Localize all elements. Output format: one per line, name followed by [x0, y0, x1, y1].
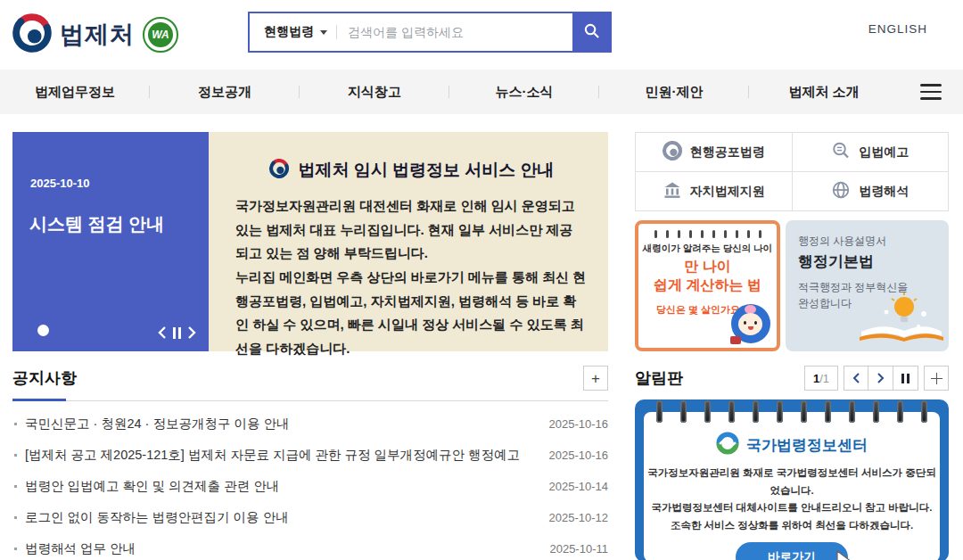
quick-link-local-legislation[interactable]: 자치법제지원 [636, 172, 792, 210]
carousel-indicator-dot[interactable] [37, 325, 49, 336]
caret-down-icon [320, 30, 327, 35]
notice-title: 로그인 없이 동작하는 법령안편집기 이용 안내 [25, 509, 537, 526]
site-logo[interactable]: 법제처 WA [12, 13, 178, 56]
quick-link-law-interpretation[interactable]: 법령해석 [793, 172, 949, 210]
bullet-icon [14, 548, 17, 550]
carousel-pause-icon[interactable] [173, 327, 181, 339]
board-next-button[interactable] [868, 366, 893, 391]
notice-panel-body: 국가정보자원관리원 대전센터 화재로 인해 임시 운영되고 있는 법제처 대표 … [235, 194, 588, 361]
law-info-swirl-icon [716, 432, 739, 458]
board-prev-button[interactable] [844, 366, 868, 391]
nav-item-legislation-info[interactable]: 법제업무정보 [0, 70, 150, 114]
nav-list: 법제업무정보 정보공개 지식창고 뉴스·소식 민원·제안 법제처 소개 [0, 70, 899, 114]
banner-age-subtitle: 새령이가 알려주는 당신의 나이 [638, 243, 777, 255]
hero-slide[interactable]: 2025-10-10 시스템 점검 안내 [12, 132, 209, 351]
notices-more-button[interactable]: + [583, 366, 608, 391]
banner-law-title: 행정기본법 [798, 251, 936, 272]
globe-icon [831, 180, 851, 202]
wa-certification-badge: WA [143, 17, 178, 53]
bullet-icon [14, 485, 17, 488]
mascot-character [729, 302, 772, 345]
quick-link-label: 법령해석 [859, 184, 909, 200]
pause-icon [901, 374, 910, 383]
search-category-label: 현행법령 [264, 24, 314, 40]
global-nav: 법제업무정보 정보공개 지식창고 뉴스·소식 민원·제안 법제처 소개 [0, 70, 963, 114]
gov-swirl-icon [663, 141, 682, 163]
page-total: /1 [819, 372, 829, 385]
nav-item-info-disclosure[interactable]: 정보공개 [150, 70, 300, 114]
gov-taegeuk-icon [12, 13, 52, 56]
board-controls: 1/1 [804, 366, 949, 391]
age-calculator-banner[interactable]: 새령이가 알려주는 당신의 나이 만 나이 쉽게 계산하는 법 당신은 몇 살인… [635, 220, 780, 351]
notebook-spiral-icon [656, 400, 927, 423]
notice-title: 법령안 입법예고 확인 및 의견제출 관련 안내 [25, 478, 537, 495]
quick-link-legislation-notice[interactable]: 입법예고 [793, 133, 949, 171]
board-pause-button[interactable] [893, 366, 918, 391]
right-column: 현행공포법령 입법예고 [635, 132, 949, 560]
quick-link-label: 현행공포법령 [690, 144, 765, 161]
board-nav-buttons [844, 366, 918, 391]
lightbulb-book-illustration [851, 292, 943, 348]
banner-age-title: 만 나이 쉽게 계산하는 법 [638, 258, 777, 295]
bullet-icon [14, 454, 17, 457]
left-column: 2025-10-10 시스템 점검 안내 [12, 132, 608, 560]
magnifier-doc-icon [831, 141, 851, 163]
notices-section-title: 공지사항 [12, 367, 77, 389]
banner-law-subtitle: 행정의 사용설명서 [798, 234, 936, 249]
page-current: 1 [813, 372, 819, 385]
law-info-center-logo: 국가법령정보센터 [644, 432, 940, 458]
nav-item-civil-service[interactable]: 민원·제안 [599, 70, 749, 114]
go-shortcut-button[interactable]: 바로가기 [736, 542, 848, 560]
nav-item-news[interactable]: 뉴스·소식 [449, 70, 599, 114]
basic-administration-law-banner[interactable]: 행정의 사용설명서 행정기본법 적극행정과 정부혁신을 완성합니다 [786, 220, 949, 351]
list-item[interactable]: 법령안 입법예고 확인 및 의견제출 관련 안내 2025-10-14 [12, 471, 608, 502]
list-item[interactable]: 법령해석 업무 안내 2025-10-11 [12, 533, 608, 560]
quick-link-label: 자치법제지원 [690, 184, 765, 200]
law-info-center-notice-card[interactable]: 국가법령정보센터 국가정보자원관리원 화재로 국가법령정보센터 서비스가 중단되… [635, 399, 949, 560]
notice-paragraph: 누리집 메인화면 우측 상단의 바로가기 메뉴를 통해 최신 현행공포법령, 입… [235, 266, 588, 361]
search-category-dropdown[interactable]: 현행법령 [250, 13, 336, 51]
institution-icon [663, 180, 682, 202]
notices-section-header: 공지사항 + [12, 366, 608, 391]
notice-list: 국민신문고 · 청원24 · 정보공개청구 이용 안내 2025-10-16 [… [12, 408, 608, 560]
notice-panel-header: 법제처 임시 법령정보 서비스 안내 [235, 159, 588, 182]
law-info-center-title: 국가법령정보센터 [746, 435, 868, 456]
hamburger-menu-icon[interactable] [899, 70, 963, 114]
notice-date: 2025-10-16 [549, 417, 609, 431]
hero-slide-date: 2025-10-10 [30, 177, 90, 190]
notice-title: 국민신문고 · 청원24 · 정보공개청구 이용 안내 [25, 416, 537, 432]
banner-row: 새령이가 알려주는 당신의 나이 만 나이 쉽게 계산하는 법 당신은 몇 살인… [635, 220, 949, 351]
board-pagination: 1/1 [804, 366, 838, 391]
quick-links-grid: 현행공포법령 입법예고 [635, 132, 949, 211]
gov-taegeuk-icon [269, 159, 289, 182]
plus-icon [931, 373, 942, 384]
header: 법제처 WA 현행법령 ENGLISH [0, 0, 963, 70]
search-input[interactable] [337, 13, 572, 51]
notice-date: 2025-10-12 [549, 511, 609, 524]
english-link[interactable]: ENGLISH [868, 22, 927, 36]
notice-paragraph: 국가정보자원관리원 대전센터 화재로 인해 임시 운영되고 있는 법제처 대표 … [235, 194, 588, 266]
search-bar: 현행법령 [248, 12, 612, 53]
nav-item-knowledge[interactable]: 지식창고 [300, 70, 449, 114]
notebook-paper: 국가법령정보센터 국가정보자원관리원 화재로 국가법령정보센터 서비스가 중단되… [644, 412, 940, 560]
notice-date: 2025-10-11 [549, 542, 608, 556]
bullet-icon [14, 423, 17, 425]
list-item[interactable]: 로그인 없이 동작하는 법령안편집기 이용 안내 2025-10-12 [12, 502, 608, 533]
list-item[interactable]: 국민신문고 · 청원24 · 정보공개청구 이용 안내 2025-10-16 [12, 408, 608, 440]
carousel-next-icon[interactable] [187, 326, 196, 339]
notice-panel-title: 법제처 임시 법령정보 서비스 안내 [298, 159, 554, 182]
hero-slide-title: 시스템 점검 안내 [29, 212, 164, 236]
search-button[interactable] [572, 13, 610, 51]
carousel-prev-icon[interactable] [158, 326, 167, 339]
search-icon [583, 22, 600, 42]
quick-link-current-laws[interactable]: 현행공포법령 [636, 133, 792, 171]
notice-date: 2025-10-16 [549, 449, 609, 462]
nav-item-about[interactable]: 법제처 소개 [749, 70, 899, 114]
quick-link-label: 입법예고 [859, 144, 909, 161]
cursor-arrow-icon [835, 550, 855, 560]
list-item[interactable]: [법제처 공고 제2025-121호] 법제처 자문료 지급에 관한 규정 일부… [12, 440, 608, 471]
card-message: 국가정보자원관리원 화재로 국가법령정보센터 서비스가 중단되었습니다. 국가법… [644, 465, 940, 534]
board-more-button[interactable] [924, 366, 949, 391]
go-button-label: 바로가기 [768, 550, 816, 560]
notice-title: [법제처 공고 제2025-121호] 법제처 자문료 지급에 관한 규정 일부… [25, 447, 537, 464]
